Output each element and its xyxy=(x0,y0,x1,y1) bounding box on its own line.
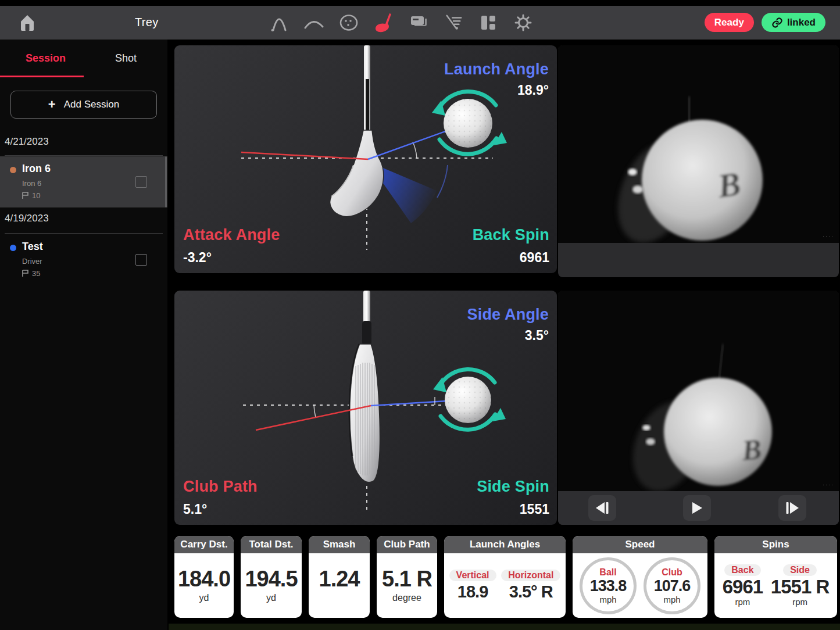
total-distance-unit: yd xyxy=(266,593,276,603)
smash-card: Smash 1.24 xyxy=(309,536,370,618)
club-speed-value: 107.6 xyxy=(654,578,691,594)
svg-text:B: B xyxy=(740,432,763,467)
total-distance-card: Total Dst. 194.5 yd xyxy=(241,536,302,618)
linked-label: linked xyxy=(787,17,816,28)
flag-icon xyxy=(22,270,28,277)
active-tab-indicator xyxy=(0,76,84,77)
session-subtitle: Driver xyxy=(22,257,42,266)
side-angle-panel: Side Angle 3.5° Club Path 5.1° Side Spin… xyxy=(174,291,557,525)
session-date-2: 4/19/2023 xyxy=(5,213,49,224)
session-checkbox[interactable] xyxy=(135,254,147,266)
divider xyxy=(5,233,163,234)
ball-speed-label: Ball xyxy=(599,567,616,578)
club-path-unit: degree xyxy=(392,593,421,603)
back-spin-stat-label: Back xyxy=(724,564,760,576)
session-sidebar: Session Shot + Add Session 4/21/2023 Iro… xyxy=(0,40,167,630)
session-checkbox[interactable] xyxy=(135,176,147,188)
video-timestamp-dots: ···· xyxy=(823,234,834,239)
card-header: Speed xyxy=(573,536,707,553)
session-shot-count: 35 xyxy=(22,269,40,278)
club-speed-gauge: Club 107.6 mph xyxy=(644,557,700,614)
impact-video-bottom[interactable]: B ···· xyxy=(558,291,839,525)
bottom-camera-strip xyxy=(169,624,840,630)
side-angle-label: Side Angle xyxy=(467,306,549,324)
add-session-label: Add Session xyxy=(64,99,119,110)
linked-status-badge: linked xyxy=(762,13,825,32)
smash-value: 1.24 xyxy=(319,568,360,591)
card-header: Spins xyxy=(714,536,837,553)
session-title: Iron 6 xyxy=(22,163,51,175)
attack-angle-value: -3.2° xyxy=(183,250,212,266)
session-date-1: 4/21/2023 xyxy=(5,136,49,148)
total-distance-value: 194.5 xyxy=(245,568,297,591)
tab-session[interactable]: Session xyxy=(26,52,66,65)
card-header: Launch Angles xyxy=(444,536,566,553)
session-subtitle: Iron 6 xyxy=(22,179,41,188)
side-spin-stat-label: Side xyxy=(783,564,817,576)
speed-card: Speed Ball 133.8 mph Club 107.6 mph xyxy=(573,536,707,618)
ready-status-badge: Ready xyxy=(705,13,754,32)
horizontal-value: 3.5° R xyxy=(509,582,553,602)
launch-angle-label: Launch Angle xyxy=(444,60,549,78)
golf-club-icon[interactable] xyxy=(374,12,394,33)
impact-video-top[interactable]: B ···· xyxy=(558,45,839,277)
card-header: Smash xyxy=(309,536,370,553)
launch-angle-value: 18.9° xyxy=(517,83,549,98)
play-icon xyxy=(691,501,703,515)
attack-angle-label: Attack Angle xyxy=(183,226,280,244)
play-button[interactable] xyxy=(683,495,711,521)
home-icon xyxy=(17,13,37,33)
side-angle-value: 3.5° xyxy=(525,328,549,343)
session-item-iron6[interactable]: Iron 6 Iron 6 10 xyxy=(0,156,167,207)
session-title: Test xyxy=(22,241,43,253)
side-spin-stat-value: 1551 R xyxy=(771,577,829,597)
step-backward-button[interactable] xyxy=(588,495,616,521)
club-path-value: 5.1° xyxy=(183,502,207,517)
back-spin-stat-value: 6961 xyxy=(723,577,763,597)
link-icon xyxy=(771,17,783,28)
club-speed-unit: mph xyxy=(663,595,680,604)
session-item-test[interactable]: Test Driver 35 xyxy=(0,234,167,285)
golf-cart-icon[interactable] xyxy=(444,12,463,33)
sidebar-scrollbar[interactable] xyxy=(165,156,167,207)
shallow-trajectory-icon[interactable] xyxy=(304,12,324,33)
carry-distance-unit: yd xyxy=(199,593,209,603)
spins-card: Spins Back 6961 rpm Side 1551 R rpm xyxy=(714,536,837,618)
shot-stats-bar: Carry Dst. 184.0 yd Total Dst. 194.5 yd … xyxy=(174,536,837,618)
club-path-value: 5.1 R xyxy=(382,568,432,591)
video-timestamp-dots: ···· xyxy=(823,482,834,488)
steep-trajectory-icon[interactable] xyxy=(269,12,289,33)
gear-icon[interactable] xyxy=(513,12,533,33)
step-backward-icon xyxy=(595,501,610,515)
club-speed-label: Club xyxy=(662,567,682,578)
side-spin-stat-unit: rpm xyxy=(792,597,807,607)
top-nav: Trey xyxy=(0,6,840,40)
card-header: Total Dst. xyxy=(241,536,302,553)
nav-icon-row xyxy=(269,12,533,33)
session-color-dot xyxy=(10,167,16,173)
ball-speed-value: 133.8 xyxy=(590,578,627,594)
plus-icon: + xyxy=(48,98,56,111)
launch-angles-card: Launch Angles Vertical 18.9 Horizontal 3… xyxy=(444,536,566,618)
back-spin-label: Back Spin xyxy=(473,226,549,244)
layout-icon[interactable] xyxy=(478,12,498,33)
card-header: Carry Dst. xyxy=(174,536,234,553)
home-button[interactable] xyxy=(17,13,37,33)
video-frame: B ···· xyxy=(558,45,839,243)
cards-icon[interactable] xyxy=(409,12,428,33)
carry-distance-value: 184.0 xyxy=(178,568,230,591)
club-path-label: Club Path xyxy=(183,478,258,496)
horizontal-label: Horizontal xyxy=(501,570,560,581)
golf-ball-icon[interactable] xyxy=(339,12,359,33)
vertical-label: Vertical xyxy=(449,570,496,581)
video-frame: B ···· xyxy=(558,291,839,491)
tab-shot[interactable]: Shot xyxy=(115,52,137,65)
step-forward-button[interactable] xyxy=(778,495,806,521)
add-session-button[interactable]: + Add Session xyxy=(10,91,157,119)
launch-angle-panel: Launch Angle 18.9° Attack Angle -3.2° Ba… xyxy=(174,45,557,273)
carry-distance-card: Carry Dst. 184.0 yd xyxy=(174,536,234,618)
vertical-value: 18.9 xyxy=(457,582,488,602)
video-controls xyxy=(558,491,839,525)
ball-speed-unit: mph xyxy=(599,595,616,604)
status-badges: Ready linked xyxy=(705,13,825,32)
